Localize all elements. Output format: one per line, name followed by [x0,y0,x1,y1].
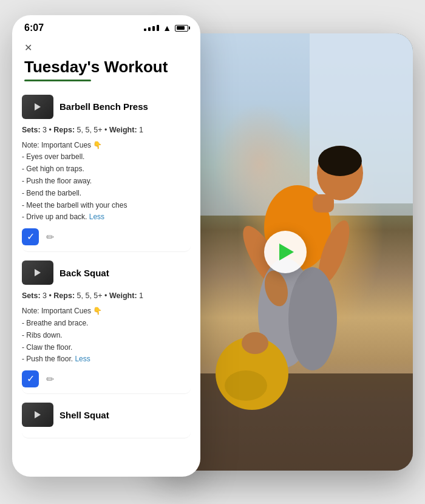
exercise-notes: Note: Important Cues 👇 [22,305,191,318]
card-header: ✕ Tuesday's Workout [12,37,200,89]
status-bar: 6:07 ▲ [12,15,200,37]
exercise-details: Sets: 3 • Reps: 5, 5, 5+ • Weight: 1 [22,290,191,302]
exercise-thumbnail [22,95,53,119]
close-button[interactable]: ✕ [24,42,32,53]
cue-1: - Eyes over barbell. [22,151,191,163]
page-title: Tuesday's Workout [24,58,188,76]
exercise-header: Shell Squat [22,403,191,427]
play-icon [279,243,294,261]
less-link[interactable]: Less [75,355,90,363]
cue-3: - Claw the floor. [22,342,191,354]
exercise-item: Shell Squat [22,397,191,438]
cue-4: - Bend the barbell. [22,188,191,200]
exercise-thumbnail [22,261,53,285]
exercise-notes: Note: Important Cues 👇 [22,140,191,152]
svg-point-7 [318,146,362,176]
exercise-item: Barbell Bench Press Sets: 3 • Reps: 5, 5… [22,89,191,253]
exercise-header: Back Squat [22,261,191,285]
signal-icon [144,25,159,31]
status-icons: ▲ [144,23,188,33]
cue-2: - Get high on traps. [22,163,191,175]
exercise-actions: ✓ ✏ [22,370,191,387]
check-button[interactable]: ✓ [22,370,39,387]
exercise-name: Back Squat [59,268,109,278]
thumb-play-icon [35,269,41,276]
thumb-play-icon [35,103,41,111]
exercise-details: Sets: 3 • Reps: 5, 5, 5+ • Weight: 1 [22,124,191,136]
exercise-name: Shell Squat [59,410,109,420]
exercise-actions: ✓ ✏ [22,228,191,245]
svg-rect-13 [313,194,334,213]
exercise-header: Barbell Bench Press [22,95,191,119]
cue-4: - Push the floor. Less [22,353,191,366]
play-button[interactable] [264,231,307,273]
scene: 6:07 ▲ ✕ Tuesday's Workout [12,15,413,489]
exercise-name: Barbell Bench Press [59,101,148,112]
less-link[interactable]: Less [89,213,104,221]
check-button[interactable]: ✓ [22,228,39,245]
check-icon: ✓ [27,232,35,242]
exercise-thumbnail [22,403,53,427]
cue-6: - Drive up and back. Less [22,211,191,223]
exercises-list: Barbell Bench Press Sets: 3 • Reps: 5, 5… [12,89,200,477]
cue-5: - Meet the barbell with your ches [22,200,191,212]
cue-1: - Breathe and brace. [22,318,191,330]
check-icon: ✓ [27,374,35,384]
status-time: 6:07 [24,22,44,33]
title-underline [24,80,91,81]
svg-point-12 [242,332,268,354]
edit-button[interactable]: ✏ [46,231,54,243]
workout-card: 6:07 ▲ ✕ Tuesday's Workout [12,15,200,477]
svg-point-11 [225,370,267,401]
exercise-item: Back Squat Sets: 3 • Reps: 5, 5, 5+ • We… [22,254,191,394]
wifi-icon: ▲ [163,23,171,33]
cue-2: - Ribs down. [22,330,191,342]
cue-3: - Push the floor away. [22,175,191,188]
svg-point-9 [288,267,337,370]
thumb-play-icon [35,411,41,418]
battery-icon [175,25,188,32]
edit-button[interactable]: ✏ [46,373,54,385]
